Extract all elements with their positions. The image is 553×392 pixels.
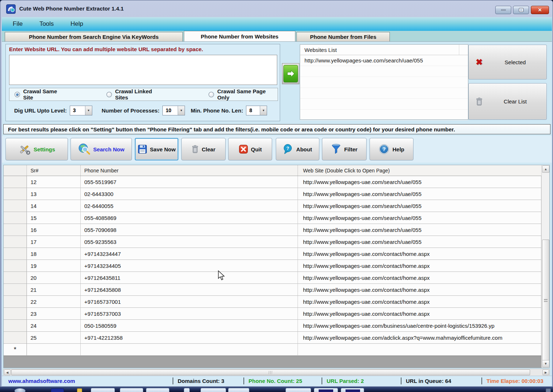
start-button[interactable] <box>15 388 25 392</box>
cell-site[interactable]: http://www.yellowpages-uae.com/contact/h… <box>298 248 541 260</box>
title-bar[interactable]: Cute Web Phone Number Extractor 1.4.1 ✕ <box>0 0 553 17</box>
cell-sr[interactable]: 25 <box>27 332 81 344</box>
cell-phone[interactable]: 055-5519967 <box>81 176 298 188</box>
row-selector[interactable] <box>4 260 27 272</box>
cell-site[interactable]: http://www.yellowpages-uae.com/search/ua… <box>298 176 541 188</box>
row-selector[interactable] <box>4 212 27 224</box>
vertical-scrollbar[interactable]: ▲ ▼ <box>541 165 549 368</box>
menu-tools[interactable]: Tools <box>37 20 56 28</box>
cell-phone[interactable]: 02-6443300 <box>81 188 298 200</box>
search-now-button[interactable]: Search Now <box>70 138 132 160</box>
cell-phone[interactable]: +971-42212358 <box>81 332 298 344</box>
delete-selected-button[interactable]: ✖ Selected <box>468 45 547 79</box>
horizontal-scrollbar-thumb[interactable] <box>11 369 530 375</box>
taskbar-button[interactable] <box>146 388 169 392</box>
cell-phone[interactable]: 055-9235563 <box>81 236 298 248</box>
table-row[interactable]: 23+97165737003http://www.yellowpages-uae… <box>4 308 541 320</box>
vertical-scrollbar-thumb[interactable] <box>542 240 549 361</box>
taskbar-icon[interactable] <box>77 388 82 392</box>
radio-button-icon[interactable] <box>106 92 112 97</box>
clear-list-button[interactable]: Clear List <box>468 83 547 120</box>
radio-button-icon[interactable] <box>15 92 20 97</box>
tab-websites[interactable]: Phone Number from Websites <box>184 31 295 41</box>
cell-sr[interactable]: 21 <box>27 284 81 296</box>
cell-sr[interactable] <box>27 344 81 356</box>
cell-site[interactable]: http://www.yellowpages-uae.com/contact/h… <box>298 284 541 296</box>
row-selector-header[interactable] <box>4 165 27 176</box>
cell-sr[interactable]: 12 <box>27 176 81 188</box>
cell-phone[interactable] <box>81 344 298 356</box>
radio-button-icon[interactable] <box>209 92 214 97</box>
row-selector[interactable] <box>4 320 27 332</box>
column-header-sr[interactable]: Sr# <box>27 165 81 176</box>
cell-phone[interactable]: 050-1580559 <box>81 320 298 332</box>
table-row[interactable]: 20+97126435811http://www.yellowpages-uae… <box>4 272 541 284</box>
taskbar-button[interactable] <box>286 388 311 392</box>
table-row[interactable]: 1402-6440055http://www.yellowpages-uae.c… <box>4 200 541 212</box>
cell-site[interactable]: http://www.yellowpages-uae.com/search/ua… <box>298 200 541 212</box>
scroll-right-icon[interactable]: ▶ <box>542 369 549 375</box>
menu-help[interactable]: Help <box>68 20 85 28</box>
cell-sr[interactable]: 13 <box>27 188 81 200</box>
row-selector[interactable] <box>4 284 27 296</box>
radio-crawl-same-site[interactable]: Crawal Same Site <box>15 88 67 101</box>
cell-phone[interactable]: +97126435808 <box>81 284 298 296</box>
cell-phone[interactable]: +97143234447 <box>81 248 298 260</box>
add-url-to-list-button[interactable] <box>282 63 299 84</box>
dig-url-level-select[interactable]: 3 ▼ <box>70 106 92 115</box>
min-phone-len-select[interactable]: 8 ▼ <box>246 106 267 115</box>
cell-phone[interactable]: +97165737001 <box>81 296 298 308</box>
websites-list-header[interactable]: Websites List <box>300 45 468 55</box>
taskbar-button[interactable] <box>314 388 338 392</box>
cell-sr[interactable]: 24 <box>27 320 81 332</box>
minimize-button[interactable] <box>495 6 511 14</box>
chevron-down-icon[interactable]: ▼ <box>85 106 92 115</box>
cell-sr[interactable]: 22 <box>27 296 81 308</box>
taskbar-button[interactable] <box>201 388 226 392</box>
row-selector[interactable] <box>4 248 27 260</box>
cell-sr[interactable]: 17 <box>27 236 81 248</box>
row-selector[interactable] <box>4 188 27 200</box>
taskbar-button[interactable] <box>120 388 143 392</box>
new-record-row[interactable]: * <box>4 344 541 356</box>
cell-phone[interactable]: 055-7090698 <box>81 224 298 236</box>
tab-search-engine[interactable]: Phone Number from Search Engine Via KeyW… <box>5 32 183 41</box>
cell-sr[interactable]: 16 <box>27 224 81 236</box>
table-row[interactable]: 17055-9235563http://www.yellowpages-uae.… <box>4 236 541 248</box>
cell-site[interactable]: http://www.yellowpages-uae.com/search/ua… <box>298 212 541 224</box>
column-header-site[interactable]: Web Site (Double Click to Open Page) <box>298 165 549 176</box>
table-row[interactable]: 24050-1580559http://www.yellowpages-uae.… <box>4 320 541 332</box>
row-selector[interactable]: * <box>4 344 27 356</box>
row-selector[interactable] <box>4 296 27 308</box>
menu-file[interactable]: File <box>11 20 25 28</box>
table-row[interactable]: 21+97126435808http://www.yellowpages-uae… <box>4 284 541 296</box>
table-row[interactable]: 15055-4085869http://www.yellowpages-uae.… <box>4 212 541 224</box>
radio-crawl-linked-sites[interactable]: Crawal Linked Sites <box>106 88 165 101</box>
cell-phone[interactable]: +97143234405 <box>81 260 298 272</box>
scroll-left-icon[interactable]: ◀ <box>4 369 11 375</box>
row-selector[interactable] <box>4 200 27 212</box>
clear-button[interactable]: Clear <box>181 138 226 160</box>
scroll-up-icon[interactable]: ▲ <box>542 166 549 173</box>
cell-sr[interactable]: 19 <box>27 260 81 272</box>
chevron-down-icon[interactable]: ▼ <box>260 106 267 115</box>
table-row[interactable]: 18+97143234447http://www.yellowpages-uae… <box>4 248 541 260</box>
website-link[interactable]: www.ahmadsoftware.com <box>8 378 75 384</box>
save-now-button[interactable]: Save Now <box>135 138 178 160</box>
table-row[interactable]: 22+97165737001http://www.yellowpages-uae… <box>4 296 541 308</box>
cell-site[interactable]: http://www.yellowpages-uae.com/contact/h… <box>298 308 541 320</box>
settings-button[interactable]: Settings <box>5 138 68 160</box>
cell-site[interactable]: http://www.yellowpages-uae.com/search/ua… <box>298 188 541 200</box>
about-button[interactable]: ? About <box>276 138 319 160</box>
close-button[interactable]: ✕ <box>531 6 549 14</box>
row-selector[interactable] <box>4 308 27 320</box>
scroll-down-icon[interactable]: ▼ <box>542 360 549 367</box>
cell-phone[interactable]: 02-6440055 <box>81 200 298 212</box>
quit-button[interactable]: Quit <box>228 138 272 160</box>
cell-sr[interactable]: 18 <box>27 248 81 260</box>
filter-button[interactable]: Filter <box>322 138 367 160</box>
cell-phone[interactable]: +97165737003 <box>81 308 298 320</box>
table-row[interactable]: 12055-5519967http://www.yellowpages-uae.… <box>4 176 541 188</box>
row-selector[interactable] <box>4 176 27 188</box>
horizontal-scrollbar[interactable]: ◀ ▶ <box>3 369 550 376</box>
